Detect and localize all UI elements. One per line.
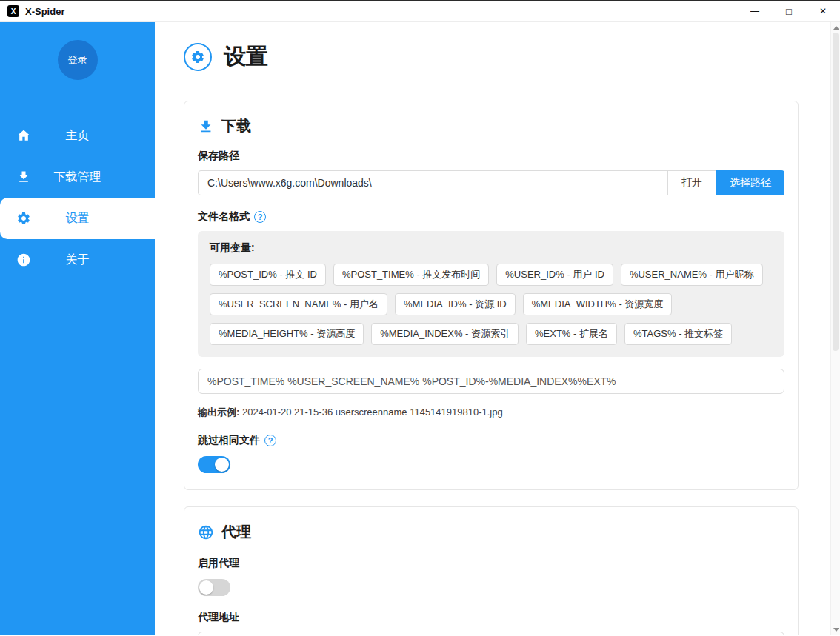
sidebar-item-settings[interactable]: 设置 <box>0 198 155 239</box>
variable-chip[interactable]: %MEDIA_WIDTH% - 资源宽度 <box>523 293 673 315</box>
sidebar-item-home[interactable]: 主页 <box>0 115 155 156</box>
page-header: 设置 <box>184 41 799 72</box>
filename-format-input[interactable] <box>198 369 784 394</box>
save-path-label: 保存路径 <box>198 150 784 163</box>
close-button[interactable]: ✕ <box>806 1 840 21</box>
app-logo-icon: X <box>7 5 19 17</box>
save-path-input[interactable] <box>198 170 668 195</box>
skip-same-files-label: 跳过相同文件 ? <box>198 434 784 447</box>
download-icon <box>198 118 214 135</box>
open-folder-button[interactable]: 打开 <box>667 170 716 195</box>
sidebar: 登录 主页 下载管理 设置 <box>0 22 155 635</box>
vertical-scrollbar[interactable] <box>830 22 840 635</box>
variables-panel: 可用变量: %POST_ID% - 推文 ID%POST_TIME% - 推文发… <box>198 231 784 357</box>
sidebar-item-downloads[interactable]: 下载管理 <box>0 156 155 198</box>
toggle-knob <box>215 458 229 472</box>
home-icon <box>16 128 31 143</box>
help-icon[interactable]: ? <box>254 211 266 223</box>
variable-chip[interactable]: %MEDIA_INDEX% - 资源索引 <box>371 323 519 345</box>
variable-chips: %POST_ID% - 推文 ID%POST_TIME% - 推文发布时间%US… <box>210 264 773 345</box>
maximize-button[interactable]: □ <box>772 1 806 21</box>
scrollbar-up-arrow[interactable] <box>833 26 839 30</box>
sidebar-nav: 主页 下载管理 设置 关于 <box>0 115 155 281</box>
proxy-address-label: 代理地址 <box>198 611 784 624</box>
sidebar-divider <box>12 98 143 98</box>
choose-path-button[interactable]: 选择路径 <box>716 170 784 195</box>
variable-chip[interactable]: %POST_TIME% - 推文发布时间 <box>333 264 489 286</box>
variable-chip[interactable]: %TAGS% - 推文标签 <box>624 323 732 345</box>
variable-chip[interactable]: %MEDIA_HEIGHT% - 资源高度 <box>210 323 364 345</box>
minimize-button[interactable]: — <box>738 1 772 21</box>
variable-chip[interactable]: %USER_ID% - 用户 ID <box>496 264 613 286</box>
filename-format-label: 文件名格式 ? <box>198 210 784 224</box>
variable-chip[interactable]: %MEDIA_ID% - 资源 ID <box>395 293 516 315</box>
page-title: 设置 <box>224 41 268 72</box>
variables-label: 可用变量: <box>210 241 773 255</box>
download-icon <box>16 170 31 184</box>
settings-page: 设置 下载 保存路径 打开 选择路径 文件名格式 ? 可用变量: <box>155 22 830 635</box>
sidebar-item-about[interactable]: 关于 <box>0 239 155 281</box>
proxy-address-input[interactable] <box>198 632 784 635</box>
output-example: 输出示例: 2024-01-20 21-15-36 userscreenname… <box>198 406 784 419</box>
title-bar: X X-Spider — □ ✕ <box>0 0 840 22</box>
gear-icon <box>16 211 31 226</box>
scrollbar-down-arrow[interactable] <box>833 628 839 632</box>
help-icon[interactable]: ? <box>264 435 276 446</box>
proxy-section: 代理 启用代理 代理地址 <box>184 506 799 635</box>
info-icon <box>16 252 31 267</box>
enable-proxy-toggle[interactable] <box>198 579 230 596</box>
download-section: 下载 保存路径 打开 选择路径 文件名格式 ? 可用变量: %POST_ID% … <box>184 101 799 490</box>
variable-chip[interactable]: %EXT% - 扩展名 <box>526 323 617 345</box>
variable-chip[interactable]: %USER_NAME% - 用户昵称 <box>621 264 763 286</box>
header-divider <box>184 84 799 84</box>
scrollbar-thumb[interactable] <box>833 33 839 351</box>
skip-same-files-toggle[interactable] <box>198 456 230 473</box>
save-path-row: 打开 选择路径 <box>198 170 784 195</box>
window-controls: — □ ✕ <box>738 1 840 21</box>
variable-chip[interactable]: %POST_ID% - 推文 ID <box>210 264 326 286</box>
app-title: X-Spider <box>25 6 64 17</box>
variable-chip[interactable]: %USER_SCREEN_NAME% - 用户名 <box>210 293 387 315</box>
proxy-section-title: 代理 <box>198 522 784 542</box>
settings-gear-icon <box>184 43 212 71</box>
login-button[interactable]: 登录 <box>58 40 98 80</box>
globe-icon <box>198 524 214 540</box>
enable-proxy-label: 启用代理 <box>198 557 784 570</box>
toggle-knob <box>199 580 213 595</box>
download-section-title: 下载 <box>198 116 784 136</box>
